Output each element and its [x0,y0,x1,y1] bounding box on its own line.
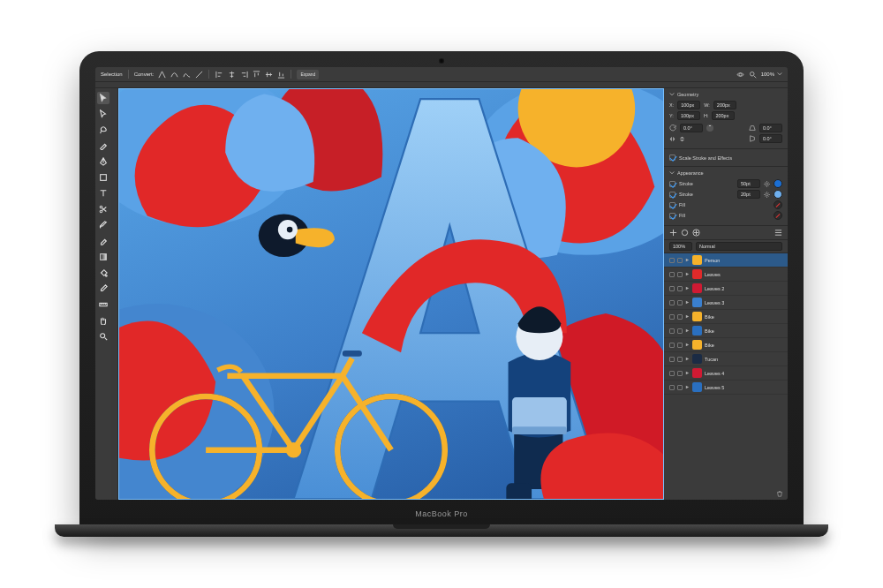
layer-lock-checkbox[interactable] [677,371,683,376]
layer-visibility-checkbox[interactable] [669,286,675,291]
convert-line-icon[interactable] [194,70,203,79]
layer-opacity-field[interactable]: 100% [669,242,692,251]
fill-visible-checkbox[interactable] [669,213,675,219]
fill-color-swatch[interactable] [774,211,782,220]
canvas[interactable] [118,88,664,500]
lasso-tool[interactable] [97,124,109,136]
stroke-width-field[interactable]: 20pt [737,190,760,199]
eyedropper-tool[interactable] [97,283,109,295]
path-edit-tool[interactable] [97,108,109,120]
add-layer-icon[interactable] [669,229,677,237]
convert-sharp-icon[interactable] [157,70,166,79]
shape-tool[interactable] [97,171,109,184]
layer-row[interactable]: Tucan [664,352,788,366]
layer-row[interactable]: Bike [664,310,788,324]
x-field[interactable]: 100px [677,101,700,109]
panel-menu-icon[interactable] [774,229,782,237]
layer-row[interactable]: Person [664,253,788,268]
fill-tool[interactable] [97,267,109,279]
magnify-icon[interactable] [749,70,758,79]
gradient-tool[interactable] [97,251,109,263]
visibility-icon[interactable] [736,70,745,79]
layer-visibility-checkbox[interactable] [669,272,675,277]
gear-icon[interactable] [764,192,770,198]
layer-options-icon[interactable] [681,229,689,237]
disclosure-triangle-icon[interactable] [685,272,690,276]
layer-row[interactable]: Leaves [664,268,788,282]
disclosure-triangle-icon[interactable] [685,343,690,347]
align-center-v-icon[interactable] [264,70,273,79]
layer-visibility-checkbox[interactable] [669,343,675,348]
knife-tool[interactable] [97,139,109,152]
selection-tool[interactable] [97,92,109,104]
w-field[interactable]: 200px [713,101,736,109]
stroke-visible-checkbox[interactable] [669,181,675,187]
h-field[interactable]: 200px [712,111,735,120]
layer-lock-checkbox[interactable] [677,357,683,362]
align-center-h-icon[interactable] [227,70,236,79]
layer-row[interactable]: Bike [664,324,788,338]
layer-visibility-checkbox[interactable] [669,385,675,390]
align-right-icon[interactable] [239,70,248,79]
chevron-down-icon[interactable] [669,170,675,176]
brush-tool[interactable] [97,219,109,231]
blend-mode-field[interactable]: Normal [696,242,782,251]
skew-v-field[interactable]: 0.0° [759,134,782,143]
layer-lock-checkbox[interactable] [677,286,683,291]
expand-button[interactable]: Expand [297,70,319,79]
scissors-tool[interactable] [97,203,109,215]
rotate-field[interactable]: 0.0° [680,124,703,132]
stroke-visible-checkbox[interactable] [669,192,675,198]
layer-visibility-checkbox[interactable] [669,357,675,362]
layer-visibility-checkbox[interactable] [669,300,675,305]
rotation-dial[interactable] [706,124,713,132]
align-bottom-icon[interactable] [276,70,285,79]
y-field[interactable]: 100px [677,111,700,120]
align-left-icon[interactable] [215,70,223,79]
scale-stroke-checkbox[interactable] [669,155,675,161]
hand-tool[interactable] [97,314,109,327]
ruler-tool[interactable] [97,298,109,311]
fill-visible-checkbox[interactable] [669,202,675,208]
disclosure-triangle-icon[interactable] [685,371,690,375]
layer-row[interactable]: Leaves 2 [664,282,788,296]
fill-color-swatch[interactable] [774,200,782,209]
layer-visibility-checkbox[interactable] [669,328,675,334]
convert-smart-icon[interactable] [182,70,191,79]
layer-row[interactable]: Leaves 4 [664,366,788,381]
disclosure-triangle-icon[interactable] [685,258,690,262]
layer-lock-checkbox[interactable] [677,314,683,320]
disclosure-triangle-icon[interactable] [685,385,690,389]
disclosure-triangle-icon[interactable] [685,357,690,361]
layer-lock-checkbox[interactable] [677,300,683,305]
layer-lock-checkbox[interactable] [677,343,683,348]
layer-row[interactable]: Bike [664,338,788,352]
stroke-color-swatch[interactable] [774,190,782,199]
align-top-icon[interactable] [252,70,260,79]
skew-h-field[interactable]: 0.0° [759,124,782,132]
layer-lock-checkbox[interactable] [677,328,683,334]
layer-lock-checkbox[interactable] [677,385,683,390]
stroke-width-field[interactable]: 50pt [737,179,760,188]
disclosure-triangle-icon[interactable] [685,286,690,290]
disclosure-triangle-icon[interactable] [685,328,690,333]
zoom-tool[interactable] [97,330,109,343]
zoom-level[interactable]: 100% [761,72,782,77]
layer-visibility-checkbox[interactable] [669,314,675,320]
layer-lock-checkbox[interactable] [677,272,683,277]
disclosure-triangle-icon[interactable] [685,314,690,319]
gear-icon[interactable] [764,181,770,187]
flip-h-icon[interactable] [669,136,675,142]
layer-fx-icon[interactable] [692,229,700,237]
chevron-down-icon[interactable] [669,92,675,97]
layer-visibility-checkbox[interactable] [669,371,675,376]
layer-row[interactable]: Leaves 3 [664,296,788,310]
pen-tool[interactable] [97,155,109,168]
disclosure-triangle-icon[interactable] [685,300,690,305]
convert-smooth-icon[interactable] [170,70,178,79]
text-tool[interactable] [97,187,109,200]
layer-visibility-checkbox[interactable] [669,258,675,263]
stroke-color-swatch[interactable] [774,179,782,188]
layer-lock-checkbox[interactable] [677,258,683,263]
eraser-tool[interactable] [97,235,109,247]
